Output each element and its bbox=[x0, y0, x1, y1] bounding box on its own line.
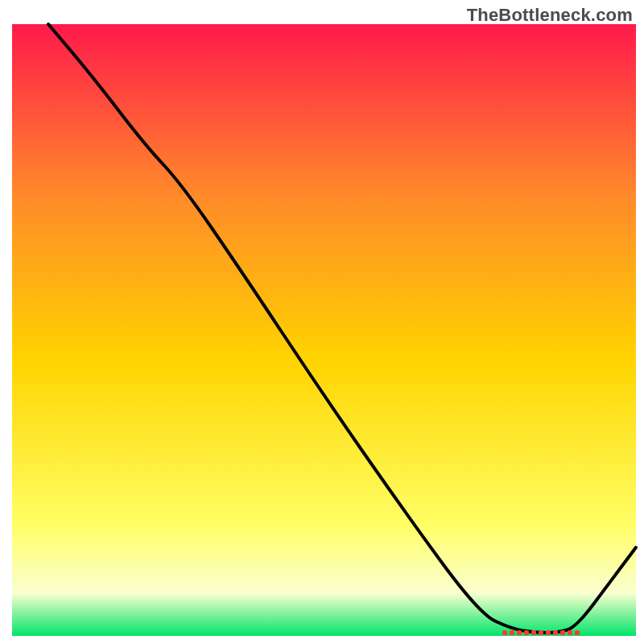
chart-svg bbox=[0, 0, 644, 644]
chart-stage: TheBottleneck.com bbox=[0, 0, 644, 644]
dash-segment bbox=[502, 630, 507, 635]
dash-segment bbox=[517, 630, 522, 635]
dash-segment bbox=[539, 630, 543, 635]
gradient-plot-area bbox=[12, 24, 636, 636]
dash-segment bbox=[546, 630, 551, 635]
dash-segment bbox=[524, 630, 529, 635]
dash-segment bbox=[568, 630, 572, 635]
dash-segment bbox=[560, 630, 565, 635]
dash-segment bbox=[553, 630, 558, 635]
dash-segment bbox=[531, 630, 536, 635]
bottom-dash-band bbox=[502, 630, 580, 635]
dash-segment bbox=[575, 630, 580, 635]
dash-segment bbox=[510, 630, 514, 635]
